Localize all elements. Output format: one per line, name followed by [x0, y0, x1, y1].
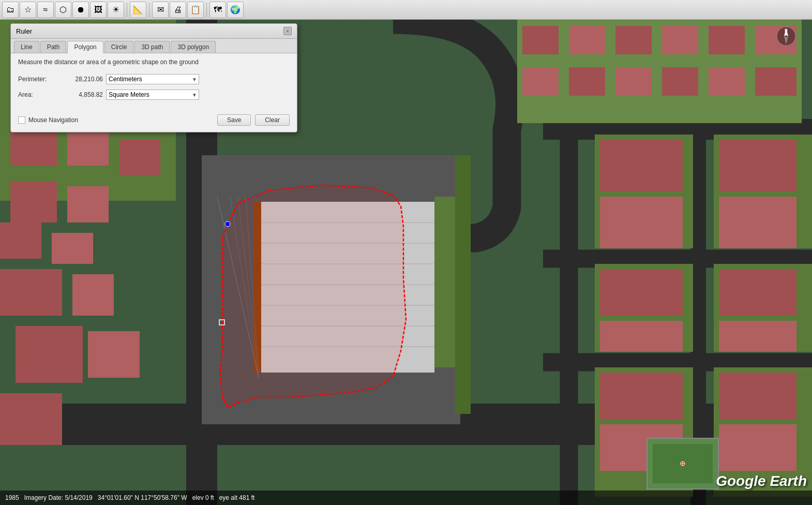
svg-rect-49	[709, 67, 745, 96]
svg-rect-36	[16, 326, 83, 383]
ruler-titlebar: Ruler ×	[11, 24, 297, 39]
ge-eye-altitude: eye alt 481 ft	[219, 494, 255, 501]
svg-rect-37	[88, 331, 140, 378]
toolbar-btn-ruler[interactable]: 📐	[130, 2, 146, 18]
tab-circle[interactable]: Circle	[104, 41, 134, 53]
svg-rect-52	[600, 197, 683, 248]
mouse-nav-area: Mouse Navigation	[18, 116, 78, 124]
toolbar-btn-email[interactable]: ✉	[152, 2, 169, 18]
toolbar-btn-map[interactable]: 🗺	[209, 2, 226, 18]
ruler-footer: Mouse Navigation Save Clear	[11, 110, 297, 132]
perimeter-unit-wrapper: Centimeters Meters Kilometers Feet Yards…	[106, 74, 199, 84]
toolbar-btn-add-polygon[interactable]: ⬡	[55, 2, 71, 18]
svg-rect-39	[522, 26, 559, 54]
svg-rect-34	[0, 269, 62, 316]
area-row: Area: 4,858.82 Square Meters Square Kilo…	[18, 90, 290, 100]
area-label: Area:	[18, 91, 59, 98]
svg-rect-53	[719, 140, 796, 191]
svg-rect-33	[52, 233, 93, 264]
toolbar: 🗂 ☆ ≈ ⬡ ⏺ 🖼 ☀ 📐 ✉ 🖨 📋 🗺 🌍	[0, 0, 812, 20]
svg-rect-62	[719, 424, 796, 471]
ruler-body: Measure the distance or area of a geomet…	[11, 53, 297, 110]
svg-rect-51	[600, 140, 683, 191]
area-unit-select[interactable]: Square Meters Square Kilometers Square F…	[106, 90, 199, 100]
svg-rect-38	[0, 393, 62, 445]
area-value: 4,858.82	[59, 91, 106, 98]
svg-rect-41	[615, 26, 652, 54]
toolbar-btn-add-placemark[interactable]: ☆	[20, 2, 36, 18]
svg-rect-29	[119, 140, 160, 176]
area-unit-wrapper: Square Meters Square Kilometers Square F…	[106, 90, 199, 100]
svg-rect-55	[600, 269, 683, 316]
mouse-nav-label: Mouse Navigation	[28, 116, 78, 124]
toolbar-btn-record-tour[interactable]: ⏺	[72, 2, 89, 18]
svg-rect-48	[662, 67, 698, 96]
perimeter-unit-select[interactable]: Centimeters Meters Kilometers Feet Yards…	[106, 74, 199, 84]
svg-rect-43	[709, 26, 745, 54]
svg-rect-35	[72, 274, 114, 316]
ruler-close-button[interactable]: ×	[283, 27, 292, 35]
svg-rect-69	[455, 155, 471, 414]
svg-rect-54	[719, 197, 796, 248]
svg-rect-42	[662, 26, 698, 54]
ruler-tabs: Line Path Polygon Circle 3D path 3D poly…	[11, 39, 297, 53]
toolbar-btn-print[interactable]: 🖨	[170, 2, 186, 18]
perimeter-row: Perimeter: 28,210.06 Centimeters Meters …	[18, 74, 290, 84]
ge-elevation: elev 0 ft	[192, 494, 214, 501]
svg-rect-40	[569, 26, 605, 54]
svg-rect-12	[253, 202, 261, 373]
clear-button[interactable]: Clear	[255, 114, 290, 126]
ge-coordinates: 34°01'01.60" N 117°50'58.76" W	[98, 494, 187, 501]
svg-rect-46	[569, 67, 605, 96]
svg-rect-30	[10, 181, 57, 222]
toolbar-separator-1	[127, 3, 127, 17]
ge-logo-area: Google Earth	[716, 473, 807, 489]
tab-line[interactable]: Line	[14, 41, 39, 53]
toolbar-separator-2	[149, 3, 149, 17]
svg-rect-57	[719, 269, 796, 316]
toolbar-btn-copy[interactable]: 📋	[187, 2, 204, 18]
ge-year: 1985	[5, 494, 19, 501]
mini-map	[646, 438, 719, 489]
tab-path[interactable]: Path	[40, 41, 67, 53]
svg-rect-45	[522, 67, 559, 96]
footer-buttons: Save Clear	[217, 114, 290, 126]
svg-text:N: N	[785, 28, 788, 33]
tab-3d-polygon[interactable]: 3D polygon	[171, 41, 216, 53]
toolbar-separator-3	[206, 3, 207, 17]
ge-bottom-left: 1985 Imagery Date: 5/14/2019 34°01'01.60…	[5, 494, 254, 501]
perimeter-label: Perimeter:	[18, 76, 59, 83]
svg-rect-32	[0, 222, 41, 259]
ruler-title: Ruler	[16, 27, 32, 35]
svg-rect-47	[615, 67, 652, 96]
tab-polygon[interactable]: Polygon	[67, 41, 103, 53]
ruler-dialog: Ruler × Line Path Polygon Circle 3D path…	[10, 23, 297, 132]
perimeter-value: 28,210.06	[59, 76, 106, 83]
toolbar-btn-add-path[interactable]: ≈	[37, 2, 54, 18]
tab-3d-path[interactable]: 3D path	[134, 41, 170, 53]
toolbar-btn-sunlight[interactable]: ☀	[108, 2, 124, 18]
toolbar-btn-layers[interactable]: 🗂	[2, 2, 19, 18]
toolbar-btn-image-overlay[interactable]: 🖼	[90, 2, 107, 18]
ge-status-bar: 1985 Imagery Date: 5/14/2019 34°01'01.60…	[0, 491, 812, 505]
svg-rect-31	[67, 186, 109, 222]
ge-logo: Google Earth	[716, 473, 807, 489]
toolbar-btn-earth[interactable]: 🌍	[227, 2, 244, 18]
svg-rect-56	[600, 321, 683, 352]
mouse-nav-checkbox[interactable]	[18, 116, 25, 124]
svg-rect-50	[755, 67, 796, 96]
compass: N	[776, 26, 796, 47]
svg-rect-61	[719, 373, 796, 419]
svg-rect-59	[600, 373, 683, 419]
save-button[interactable]: Save	[217, 114, 251, 126]
svg-rect-58	[719, 321, 796, 352]
ge-imagery-date: Imagery Date: 5/14/2019	[24, 494, 93, 501]
ruler-description: Measure the distance or area of a geomet…	[18, 58, 290, 66]
